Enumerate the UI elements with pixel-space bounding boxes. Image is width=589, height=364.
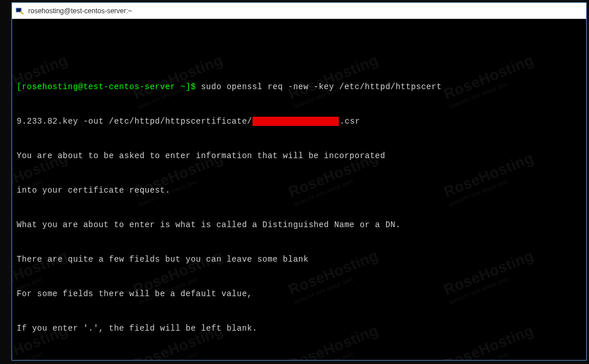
- terminal-line: For some fields there will be a default …: [17, 288, 582, 300]
- svg-rect-1: [17, 9, 21, 12]
- terminal-line: What you are about to enter is what is c…: [17, 219, 582, 231]
- terminal-line: into your certificate request.: [17, 185, 582, 196]
- shell-prompt: [rosehosting@test-centos-server ~]$: [17, 82, 201, 91]
- terminal-line: -----: [17, 357, 582, 360]
- terminal-line: You are about to be asked to enter infor…: [17, 150, 582, 162]
- window-title: rosehosting@test-centos-server:~: [28, 7, 132, 15]
- terminal-line: If you enter '.', the field will be left…: [17, 323, 582, 334]
- terminal-line: [rosehosting@test-centos-server ~]$ sudo…: [17, 81, 582, 93]
- terminal-line: There are quite a few fields but you can…: [17, 254, 582, 265]
- putty-icon: [16, 6, 25, 16]
- redacted-ip: [253, 117, 339, 126]
- terminal-line: 9.233.82.key -out /etc/httpd/httpscertif…: [17, 116, 582, 127]
- terminal-window: rosehosting@test-centos-server:~ RoseHos…: [12, 2, 587, 361]
- command-text: sudo openssl req -new -key /etc/httpd/ht…: [201, 82, 441, 91]
- terminal-body[interactable]: RoseHostingQUALITY VPS SINCE 2001 RoseHo…: [12, 19, 586, 360]
- window-titlebar[interactable]: rosehosting@test-centos-server:~: [12, 3, 586, 19]
